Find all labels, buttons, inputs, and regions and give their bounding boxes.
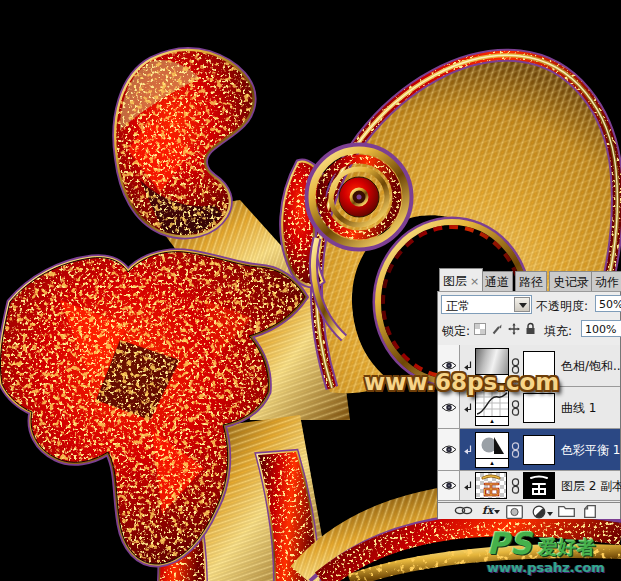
mask-link-icon	[511, 478, 520, 497]
layer-visibility-cell[interactable]	[438, 429, 460, 470]
lock-position-move-icon[interactable]	[508, 323, 520, 338]
adjustment-slider-icon: ▴	[476, 416, 508, 425]
tab-layers[interactable]: 图层×	[439, 268, 483, 291]
fill-input[interactable]: 100%	[581, 320, 621, 337]
fx-label: fx	[482, 504, 493, 517]
clipping-mask-icon	[463, 481, 473, 495]
layer-thumbnail-pixels[interactable]	[475, 472, 507, 499]
fill-label: 填充:	[544, 323, 572, 340]
layer-styles-fx-icon[interactable]: fx	[482, 504, 500, 517]
clipping-mask-icon	[463, 445, 473, 459]
opacity-label: 不透明度:	[536, 298, 588, 315]
tab-close-icon[interactable]: ×	[470, 275, 479, 288]
tab-history-label: 史记录	[553, 275, 589, 289]
layer-name[interactable]: 图层 2 副本	[561, 478, 621, 495]
opacity-input[interactable]: 50%	[595, 295, 621, 312]
tab-history[interactable]: 史记录	[549, 271, 593, 291]
add-layer-mask-icon[interactable]	[506, 505, 523, 519]
lock-pixels-brush-icon[interactable]	[491, 323, 503, 338]
new-adjustment-layer-icon[interactable]	[532, 505, 553, 519]
lock-label: 锁定:	[442, 323, 470, 340]
eye-icon[interactable]	[440, 399, 458, 417]
tab-channels[interactable]: 通道	[481, 271, 513, 291]
tab-channels-label: 通道	[485, 275, 509, 289]
blend-mode-select[interactable]: 正常	[441, 295, 532, 314]
lock-icons	[474, 322, 536, 338]
layer-thumbnail-color-balance[interactable]: ▴	[475, 432, 509, 468]
eye-icon[interactable]	[440, 441, 458, 459]
new-group-folder-icon[interactable]	[558, 505, 575, 517]
layer-name[interactable]: 色彩平衡 1	[561, 442, 620, 459]
clipping-mask-icon	[463, 403, 473, 417]
layer-visibility-cell[interactable]	[438, 471, 460, 500]
tab-actions-label: 动作	[595, 275, 619, 289]
layer-mask-thumbnail[interactable]	[523, 393, 555, 423]
layer-mask-thumbnail[interactable]	[523, 435, 555, 465]
tab-actions[interactable]: 动作	[591, 271, 621, 291]
mask-link-icon	[511, 442, 520, 461]
panel-footer: fx	[438, 502, 620, 519]
layer-name[interactable]: 曲线 1	[561, 400, 596, 417]
layer-name[interactable]: 色相/饱和..	[561, 358, 621, 375]
layer-mask-thumbnail[interactable]	[523, 472, 555, 499]
lock-transparency-icon[interactable]	[474, 323, 486, 338]
link-layers-icon[interactable]	[454, 505, 473, 516]
watermark-ps-logo: PS	[487, 526, 533, 561]
layer-row-color-balance[interactable]: ▴ 色彩平衡 1	[438, 429, 620, 471]
adjustment-slider-icon: ▴	[476, 458, 508, 467]
watermark-psahz: PS爱好者 www.psahz.com	[487, 529, 605, 574]
tab-paths-label: 路径	[519, 275, 543, 289]
watermark-url: www.psahz.com	[487, 561, 605, 574]
panel-tabstrip: 图层× 通道 路径 史记录 动作	[437, 268, 621, 291]
blend-mode-value: 正常	[446, 298, 470, 315]
chevron-down-icon[interactable]	[514, 297, 530, 312]
watermark-fans-text: 爱好者	[539, 536, 596, 558]
layer-row-layer2-copy[interactable]: 图层 2 副本	[438, 471, 620, 501]
screenshot-root: 图层× 通道 路径 史记录 动作 正常 不透明度: 50% 锁定:	[0, 0, 621, 581]
new-layer-icon[interactable]	[583, 505, 597, 518]
lock-all-padlock-icon[interactable]	[525, 322, 536, 338]
tab-layers-label: 图层	[443, 274, 467, 288]
panel-body: 正常 不透明度: 50% 锁定: 填充: 100%	[437, 291, 621, 519]
watermark-68ps: www.68ps.com	[364, 369, 559, 395]
mask-link-icon	[511, 400, 520, 419]
tab-paths[interactable]: 路径	[515, 271, 547, 291]
eye-icon[interactable]	[440, 477, 458, 495]
